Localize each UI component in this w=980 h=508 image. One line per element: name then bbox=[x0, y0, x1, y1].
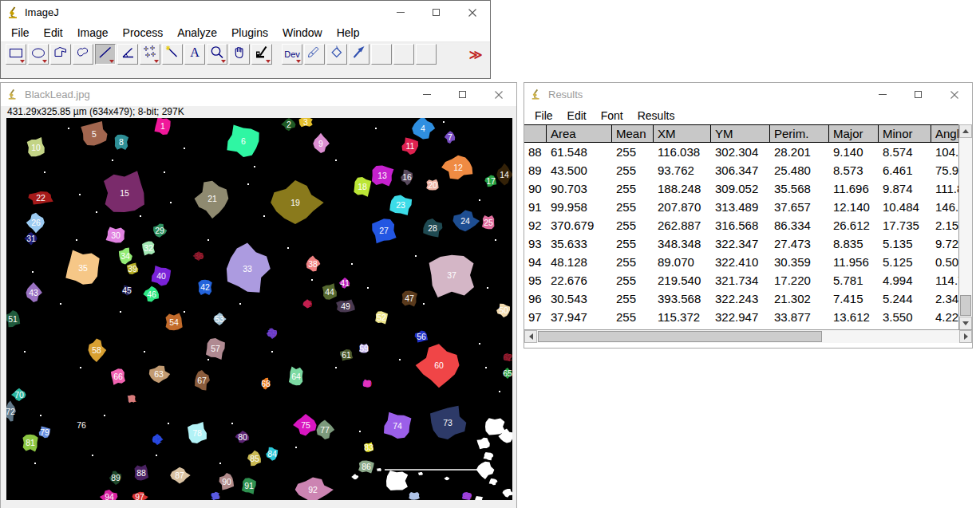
value-cell: 6.461 bbox=[879, 161, 931, 179]
results-row-97[interactable]: 9737.947255115.372322.94733.87713.6123.5… bbox=[524, 308, 972, 326]
white-blob bbox=[489, 478, 498, 485]
scroll-right-button[interactable] bbox=[959, 330, 972, 343]
imagej-menu-file[interactable]: File bbox=[4, 25, 37, 41]
blacklead-canvas[interactable]: 1234567891011121314151617181920212223242… bbox=[6, 118, 512, 500]
results-row-88[interactable]: 8861.548255116.038302.30428.2019.1408.57… bbox=[524, 143, 972, 161]
results-titlebar[interactable]: Results bbox=[524, 83, 972, 106]
close-icon bbox=[468, 9, 476, 17]
particle-89: 89 bbox=[109, 471, 121, 486]
imagej-menu-plugins[interactable]: Plugins bbox=[224, 25, 275, 41]
particle-63: 63 bbox=[149, 366, 170, 384]
results-menu-edit[interactable]: Edit bbox=[560, 108, 594, 124]
results-row-89[interactable]: 8943.50025593.762306.34725.4808.5736.461… bbox=[524, 161, 972, 179]
value-cell: 188.248 bbox=[654, 179, 711, 198]
particle-label: 10 bbox=[31, 143, 41, 152]
noise-speck bbox=[239, 303, 241, 305]
noise-speck bbox=[263, 215, 265, 217]
tool-polygon-button[interactable] bbox=[50, 44, 71, 65]
particle-74: 74 bbox=[384, 412, 411, 439]
imagej-menu-process[interactable]: Process bbox=[116, 25, 171, 41]
particle-label: 91 bbox=[244, 481, 254, 490]
imagej-status-bar bbox=[1, 66, 490, 78]
blacklead-image-window: BlackLead.jpg 431.29x325.85 µm (634x479)… bbox=[0, 82, 517, 508]
tool-dropper-button[interactable] bbox=[251, 44, 272, 65]
imagej-menu-window[interactable]: Window bbox=[275, 25, 330, 41]
blacklead-minimize-button[interactable] bbox=[409, 83, 445, 106]
particle-70: 70 bbox=[11, 388, 26, 401]
tool-point-button[interactable] bbox=[140, 44, 160, 65]
particle-label: 41 bbox=[340, 278, 350, 288]
results-menu-font[interactable]: Font bbox=[594, 108, 630, 124]
results-row-94[interactable]: 9448.12825589.070322.41030.35911.9565.12… bbox=[524, 253, 972, 271]
imagej-menu-analyze[interactable]: Analyze bbox=[170, 25, 224, 41]
results-menu-results[interactable]: Results bbox=[630, 108, 682, 124]
tool-text-button[interactable]: A bbox=[184, 44, 205, 65]
imagej-window-title: ImageJ bbox=[25, 6, 59, 18]
results-minimize-button[interactable] bbox=[864, 83, 900, 106]
tool-freehand-button[interactable] bbox=[73, 44, 93, 65]
particle-56: 56 bbox=[415, 331, 429, 343]
noise-speck bbox=[32, 271, 34, 273]
particle-label: 1 bbox=[160, 121, 165, 131]
tool-angle-button[interactable] bbox=[117, 44, 138, 65]
tool-wand-button[interactable] bbox=[162, 44, 183, 65]
white-blob bbox=[477, 438, 490, 450]
tool-brush-button[interactable] bbox=[304, 44, 325, 65]
scroll-down-button[interactable] bbox=[959, 317, 972, 330]
value-cell: 90.703 bbox=[547, 179, 612, 198]
particle-label: 18 bbox=[358, 182, 367, 191]
results-row-95[interactable]: 9522.676255219.540321.73417.2205.7814.99… bbox=[524, 271, 972, 289]
imagej-titlebar[interactable]: ImageJ bbox=[1, 1, 490, 24]
imagej-menu-edit[interactable]: Edit bbox=[37, 25, 70, 41]
results-menu-file[interactable]: File bbox=[528, 108, 560, 124]
imagej-close-button[interactable] bbox=[454, 1, 490, 24]
tool-hand-button[interactable] bbox=[229, 44, 250, 65]
results-row-90[interactable]: 9090.703255188.248309.05235.56811.6969.8… bbox=[524, 179, 972, 198]
results-row-92[interactable]: 92370.679255262.887316.56886.33426.61217… bbox=[524, 216, 972, 234]
scroll-up-button[interactable] bbox=[959, 124, 972, 138]
results-maximize-button[interactable] bbox=[900, 83, 936, 106]
blacklead-close-button[interactable] bbox=[480, 83, 516, 106]
particle-31: 31 bbox=[24, 232, 37, 245]
scroll-left-button[interactable] bbox=[524, 330, 537, 343]
imagej-maximize-button[interactable] bbox=[418, 1, 454, 24]
blacklead-maximize-button[interactable] bbox=[445, 83, 480, 106]
imagej-minimize-button[interactable] bbox=[382, 1, 418, 24]
particle-label: 8 bbox=[119, 137, 124, 147]
particle-71: 71 bbox=[127, 394, 136, 404]
value-cell: 5.135 bbox=[879, 234, 931, 253]
row-number-cell: 93 bbox=[524, 234, 547, 253]
imagej-menu-image[interactable]: Image bbox=[70, 25, 116, 41]
tool-zoom-button[interactable] bbox=[207, 44, 227, 65]
close-icon bbox=[950, 91, 958, 99]
results-close-button[interactable] bbox=[936, 83, 972, 106]
column-header-area: Area bbox=[547, 125, 612, 142]
results-vertical-scrollbar[interactable] bbox=[958, 124, 972, 330]
results-row-93[interactable]: 9335.633255348.348322.34727.4738.8355.13… bbox=[524, 234, 972, 253]
results-row-96[interactable]: 9630.543255393.568322.24321.3027.4155.24… bbox=[524, 289, 972, 308]
particle-label: 7 bbox=[448, 132, 452, 142]
tool-dev-button[interactable]: Dev bbox=[282, 44, 302, 65]
particle-label: 51 bbox=[8, 314, 18, 324]
tool-line-button[interactable] bbox=[95, 44, 116, 65]
results-row-91[interactable]: 9199.958255207.870313.48937.65712.14010.… bbox=[524, 198, 972, 216]
horizontal-scroll-thumb[interactable] bbox=[538, 331, 822, 342]
tool-oval-button[interactable] bbox=[28, 44, 49, 65]
tool-arrow-button[interactable] bbox=[349, 44, 369, 65]
white-blob bbox=[475, 496, 483, 500]
white-blob bbox=[377, 468, 381, 471]
particle-label: 76 bbox=[77, 420, 86, 430]
maximize-icon bbox=[459, 91, 466, 98]
results-horizontal-scrollbar[interactable] bbox=[524, 329, 972, 343]
tool-rectangle-button[interactable] bbox=[6, 44, 26, 65]
particle-label: 63 bbox=[154, 369, 164, 379]
blacklead-titlebar[interactable]: BlackLead.jpg bbox=[1, 83, 516, 106]
imagej-menu-help[interactable]: Help bbox=[330, 25, 367, 41]
particle-label: 32 bbox=[144, 243, 153, 253]
tool-bucket-button[interactable] bbox=[326, 44, 347, 65]
value-cell: 13.612 bbox=[829, 308, 879, 326]
particle-label: 42 bbox=[200, 282, 210, 292]
vertical-scroll-thumb[interactable] bbox=[960, 295, 971, 316]
tool-more-button[interactable]: ≫ bbox=[464, 44, 485, 65]
row-number-cell: 95 bbox=[524, 271, 547, 289]
